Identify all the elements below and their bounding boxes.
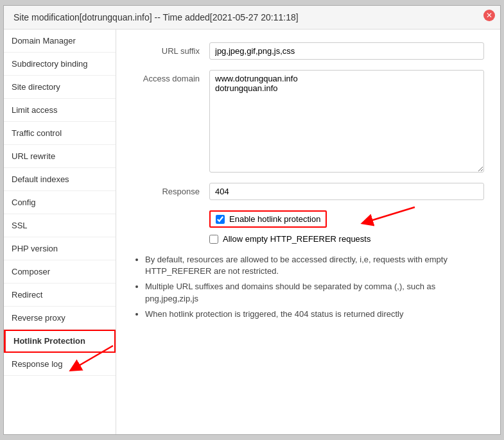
checkboxes-area: Enable hotlink protection Allow bbox=[209, 210, 484, 244]
enable-hotlink-row: Enable hotlink protection bbox=[209, 210, 484, 228]
access-domain-row: Access domain www.dotrungquan.info dotru… bbox=[132, 70, 484, 173]
sidebar-item-config[interactable]: Config bbox=[4, 191, 116, 214]
info-item-1: By default, resources are allowed to be … bbox=[145, 254, 484, 277]
allow-empty-label[interactable]: Allow empty HTTP_REFERER requests bbox=[223, 234, 370, 244]
modal-title: Site modification[dotrungquan.info] -- T… bbox=[13, 12, 299, 22]
response-label: Response bbox=[132, 183, 209, 196]
access-domain-textarea[interactable]: www.dotrungquan.info dotrungquan.info bbox=[209, 70, 484, 173]
sidebar-item-limit-access[interactable]: Limit access bbox=[4, 99, 116, 122]
modal: Site modification[dotrungquan.info] -- T… bbox=[3, 5, 501, 435]
enable-hotlink-wrapper: Enable hotlink protection bbox=[209, 210, 327, 228]
arrow-icon bbox=[357, 204, 421, 236]
sidebar-item-composer[interactable]: Composer bbox=[4, 260, 116, 283]
info-item-2: Multiple URL suffixes and domains should… bbox=[145, 281, 484, 304]
content-area: URL suffix Access domain www.dotrungquan… bbox=[116, 30, 500, 434]
allow-empty-row: Allow empty HTTP_REFERER requests bbox=[209, 234, 484, 244]
svg-line-0 bbox=[367, 207, 415, 222]
sidebar-item-site-directory[interactable]: Site directory bbox=[4, 76, 116, 99]
sidebar-item-default-indexes[interactable]: Default indexes bbox=[4, 168, 116, 191]
sidebar-item-traffic-control[interactable]: Traffic control bbox=[4, 122, 116, 145]
response-input[interactable] bbox=[209, 183, 484, 200]
close-button[interactable]: ✕ bbox=[483, 10, 495, 21]
enable-hotlink-label[interactable]: Enable hotlink protection bbox=[229, 214, 320, 224]
response-row: Response bbox=[132, 183, 484, 200]
sidebar-item-domain-manager[interactable]: Domain Manager bbox=[4, 30, 116, 53]
allow-empty-checkbox[interactable] bbox=[209, 235, 218, 244]
info-item-3: When hotlink protection is triggered, th… bbox=[145, 309, 484, 320]
sidebar-item-redirect[interactable]: Redirect bbox=[4, 283, 116, 307]
sidebar-item-ssl[interactable]: SSL bbox=[4, 214, 116, 237]
url-suffix-input[interactable] bbox=[209, 42, 484, 60]
sidebar-item-reverse-proxy[interactable]: Reverse proxy bbox=[4, 307, 116, 330]
info-list: By default, resources are allowed to be … bbox=[132, 254, 484, 320]
url-suffix-label: URL suffix bbox=[132, 42, 209, 56]
enable-hotlink-checkbox[interactable] bbox=[216, 215, 225, 224]
sidebar-item-php-version[interactable]: PHP version bbox=[4, 237, 116, 260]
modal-header: Site modification[dotrungquan.info] -- T… bbox=[4, 6, 500, 30]
info-section: By default, resources are allowed to be … bbox=[132, 254, 484, 320]
sidebar-item-url-rewrite[interactable]: URL rewrite bbox=[4, 145, 116, 168]
svg-line-1 bbox=[74, 346, 113, 368]
access-domain-label: Access domain bbox=[132, 70, 209, 83]
sidebar-arrow-icon bbox=[68, 343, 119, 375]
url-suffix-row: URL suffix bbox=[132, 42, 484, 60]
sidebar-item-subdirectory-binding[interactable]: Subdirectory binding bbox=[4, 53, 116, 76]
